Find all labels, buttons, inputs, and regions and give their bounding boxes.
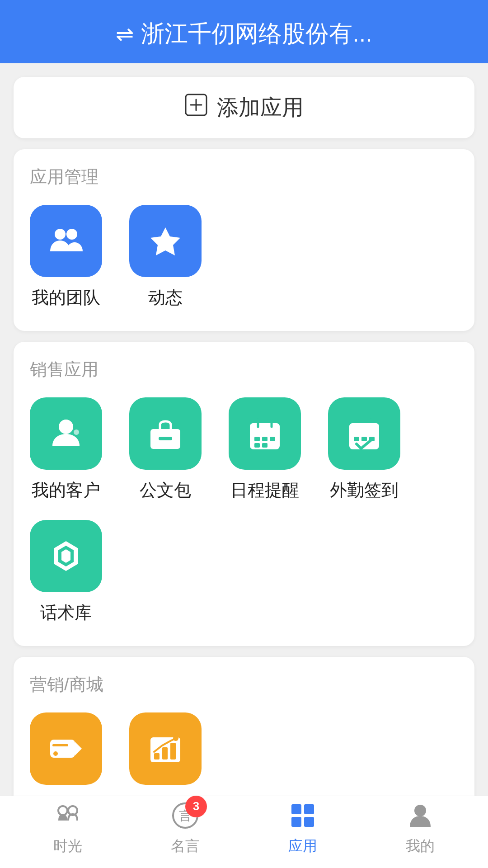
svg-rect-12: [250, 423, 280, 432]
app-item-schedule[interactable]: 日程提醒: [229, 397, 301, 502]
app-icon-dynamic: [129, 205, 202, 277]
svg-rect-40: [291, 804, 301, 814]
app-label-dynamic: 动态: [148, 286, 183, 309]
app-icon-briefcase: [129, 397, 202, 470]
bottom-nav: 时光 言 3 名言 应用: [0, 796, 488, 868]
svg-rect-33: [162, 747, 168, 760]
app-grid-management: 我的团队 动态: [30, 205, 458, 309]
app-item-dynamic[interactable]: 动态: [129, 205, 202, 309]
svg-rect-15: [254, 437, 260, 441]
svg-rect-23: [349, 423, 379, 432]
nav-label-apps: 应用: [288, 836, 317, 856]
add-app-button[interactable]: 添加应用: [14, 77, 474, 138]
quotes-badge: 3: [185, 796, 207, 817]
app-item-my-customer[interactable]: 我的客户: [30, 397, 102, 502]
header-switch-icon: ⇌: [116, 21, 134, 47]
nav-item-timeline[interactable]: 时光: [9, 799, 127, 856]
nav-icon-timeline: [52, 799, 84, 832]
section-title-sales: 销售应用: [30, 358, 458, 381]
app-icon-checkin: [328, 397, 400, 470]
app-label-my-team: 我的团队: [32, 286, 100, 309]
app-label-my-customer: 我的客户: [32, 479, 100, 502]
app-label-schedule: 日程提醒: [230, 479, 299, 502]
app-label-scripts: 话术库: [40, 601, 92, 624]
svg-rect-19: [262, 443, 267, 448]
nav-icon-apps: [286, 799, 319, 832]
svg-point-44: [414, 805, 426, 816]
svg-rect-34: [170, 743, 176, 760]
svg-marker-5: [150, 227, 180, 255]
svg-rect-18: [254, 443, 260, 448]
app-item-briefcase[interactable]: 公文包: [129, 397, 202, 502]
svg-rect-30: [52, 744, 68, 746]
nav-item-quotes[interactable]: 言 3 名言: [127, 799, 244, 856]
svg-point-36: [58, 806, 67, 815]
svg-marker-28: [75, 742, 82, 755]
section-app-management: 应用管理 我的团队: [14, 149, 474, 331]
nav-label-quotes: 名言: [171, 836, 200, 856]
nav-icon-mine: [404, 799, 436, 832]
app-icon-schedule: [229, 397, 301, 470]
svg-rect-41: [304, 804, 314, 814]
svg-point-29: [53, 751, 58, 756]
svg-point-7: [74, 429, 79, 435]
app-item-my-team[interactable]: 我的团队: [30, 205, 102, 309]
svg-rect-43: [304, 817, 314, 827]
app-item-scripts[interactable]: 话术库: [30, 520, 102, 624]
app-icon-short-video: [30, 712, 102, 785]
section-title-marketing: 营销/商城: [30, 673, 458, 696]
header-title: 浙江千仞网络股份有...: [141, 18, 372, 50]
app-icon-my-team: [30, 205, 102, 277]
nav-item-apps[interactable]: 应用: [244, 799, 361, 856]
section-title-app-management: 应用管理: [30, 165, 458, 189]
nav-label-mine: 我的: [406, 836, 435, 856]
app-label-briefcase: 公文包: [140, 479, 191, 502]
add-app-label: 添加应用: [217, 93, 304, 122]
nav-icon-quotes: 言 3: [169, 799, 202, 832]
add-app-icon: [184, 93, 208, 122]
app-icon-marketing-promo: [129, 712, 202, 785]
svg-point-4: [66, 229, 77, 240]
svg-rect-25: [361, 437, 367, 441]
svg-rect-32: [154, 753, 160, 760]
svg-rect-17: [270, 437, 275, 441]
svg-rect-42: [291, 817, 301, 827]
app-label-checkin: 外勤签到: [330, 479, 399, 502]
section-sales-apps: 销售应用 我的客户: [14, 342, 474, 646]
app-icon-my-customer: [30, 397, 102, 470]
svg-rect-24: [354, 437, 359, 441]
nav-item-mine[interactable]: 我的: [361, 799, 479, 856]
svg-point-3: [55, 229, 66, 240]
nav-label-timeline: 时光: [53, 836, 82, 856]
main-content: 添加应用 应用管理 我的团队: [0, 63, 488, 868]
app-item-checkin[interactable]: 外勤签到: [328, 397, 400, 502]
svg-point-6: [59, 420, 73, 434]
app-grid-sales: 我的客户 公文包: [30, 397, 458, 624]
header: ⇌ 浙江千仞网络股份有...: [0, 0, 488, 63]
svg-rect-16: [262, 437, 267, 441]
app-icon-scripts: [30, 520, 102, 592]
